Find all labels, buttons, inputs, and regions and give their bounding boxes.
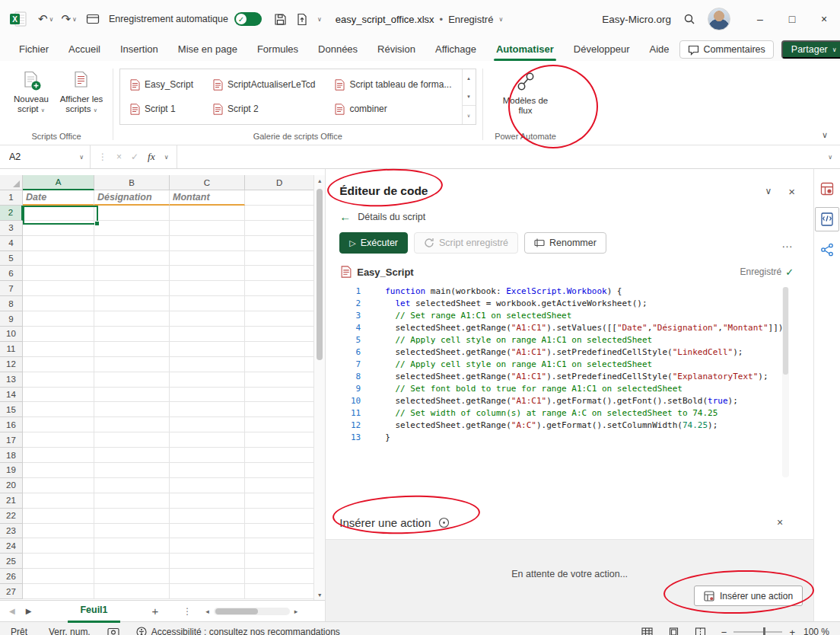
cell-A18[interactable]: [23, 448, 94, 463]
cell-A6[interactable]: [23, 266, 94, 281]
cell-A15[interactable]: [23, 402, 94, 417]
gallery-item-script-1[interactable]: Script 1: [126, 102, 180, 116]
row-header-5[interactable]: 5: [0, 251, 23, 266]
cell-B13[interactable]: [94, 372, 170, 388]
row-header-13[interactable]: 13: [0, 372, 23, 388]
cell-D16[interactable]: [245, 417, 314, 432]
cell-A26[interactable]: [23, 569, 94, 584]
cell-C10[interactable]: [170, 327, 245, 342]
page-layout-view-icon[interactable]: [668, 627, 679, 635]
column-header-B[interactable]: B: [94, 175, 170, 190]
formula-input[interactable]: [185, 151, 828, 163]
gallery-item-script-tableau-de-forma-[interactable]: Script tableau de forma...: [331, 78, 455, 92]
ribbon-options-icon[interactable]: [86, 12, 100, 26]
cell-B7[interactable]: [94, 281, 170, 296]
sheet-options-icon[interactable]: ⋮: [183, 606, 192, 617]
vertical-scroll-thumb[interactable]: [317, 189, 323, 360]
cell-B4[interactable]: [94, 236, 170, 251]
cell-A27[interactable]: [23, 584, 94, 599]
redo-chevron-icon[interactable]: ∨: [72, 16, 77, 23]
cell-D20[interactable]: [245, 478, 314, 493]
cell-D24[interactable]: [245, 538, 314, 554]
undo-chevron-icon[interactable]: ∨: [49, 16, 54, 23]
share-button[interactable]: Partager ∨: [781, 40, 840, 59]
cell-C1[interactable]: Montant: [170, 190, 245, 206]
row-header-22[interactable]: 22: [0, 509, 23, 524]
row-header-27[interactable]: 27: [0, 584, 23, 599]
gallery-item-easy-script[interactable]: Easy_Script: [126, 78, 197, 92]
cell-C22[interactable]: [170, 509, 245, 524]
page-break-view-icon[interactable]: [695, 627, 706, 635]
row-header-21[interactable]: 21: [0, 493, 23, 509]
cell-A10[interactable]: [23, 327, 94, 342]
cell-A14[interactable]: [23, 388, 94, 403]
cell-D4[interactable]: [245, 236, 314, 251]
row-header-11[interactable]: 11: [0, 342, 23, 357]
insert-action-button[interactable]: Insérer une action: [694, 586, 803, 606]
upload-document-icon[interactable]: [296, 13, 308, 26]
cell-B21[interactable]: [94, 493, 170, 509]
show-scripts-button[interactable]: Afficher les scripts ∨: [56, 67, 107, 116]
scroll-up-icon[interactable]: ▲: [317, 175, 323, 186]
cell-A20[interactable]: [23, 478, 94, 493]
row-header-18[interactable]: 18: [0, 448, 23, 463]
cell-D6[interactable]: [245, 266, 314, 281]
sheet-tab-feuil1[interactable]: Feuil1: [68, 600, 119, 623]
cell-A22[interactable]: [23, 509, 94, 524]
comments-button[interactable]: Commentaires: [679, 40, 774, 59]
code-scroll-thumb[interactable]: [783, 287, 788, 375]
row-header-2[interactable]: 2: [0, 206, 23, 221]
hscroll-thumb[interactable]: [215, 608, 258, 614]
gallery-scroll-up-icon[interactable]: ▲: [463, 69, 476, 88]
cell-C26[interactable]: [170, 569, 245, 584]
horizontal-scrollbar[interactable]: ◂ ▸: [205, 608, 298, 615]
row-header-26[interactable]: 26: [0, 569, 23, 584]
cell-C13[interactable]: [170, 372, 245, 388]
record-macro-icon[interactable]: [107, 627, 119, 635]
cell-B10[interactable]: [94, 327, 170, 342]
cell-A21[interactable]: [23, 493, 94, 509]
row-header-20[interactable]: 20: [0, 478, 23, 493]
gallery-item-combiner[interactable]: combiner: [331, 102, 390, 116]
cell-A3[interactable]: [23, 221, 94, 236]
cell-B23[interactable]: [94, 524, 170, 539]
row-header-7[interactable]: 7: [0, 281, 23, 296]
row-header-6[interactable]: 6: [0, 266, 23, 281]
avatar[interactable]: [708, 8, 730, 30]
column-header-D[interactable]: D: [245, 175, 314, 190]
cell-A19[interactable]: [23, 463, 94, 478]
cell-C16[interactable]: [170, 417, 245, 432]
cell-C27[interactable]: [170, 584, 245, 599]
row-header-3[interactable]: 3: [0, 221, 23, 236]
cell-C3[interactable]: [170, 221, 245, 236]
cell-A7[interactable]: [23, 281, 94, 296]
row-header-14[interactable]: 14: [0, 388, 23, 403]
tab-développeur[interactable]: Développeur: [564, 38, 640, 61]
cell-D11[interactable]: [245, 342, 314, 357]
row-header-1[interactable]: 1: [0, 190, 23, 206]
tab-aide[interactable]: Aide: [640, 38, 679, 61]
vertical-scrollbar[interactable]: ▲ ▼: [313, 175, 325, 600]
cell-B16[interactable]: [94, 417, 170, 432]
cell-A5[interactable]: [23, 251, 94, 266]
cell-B25[interactable]: [94, 554, 170, 569]
cell-C11[interactable]: [170, 342, 245, 357]
search-icon[interactable]: [683, 13, 695, 25]
saved-script-button[interactable]: Script enregistré: [414, 232, 518, 254]
cell-D25[interactable]: [245, 554, 314, 569]
cell-A8[interactable]: [23, 296, 94, 311]
cell-D26[interactable]: [245, 569, 314, 584]
actions-pane-icon[interactable]: [819, 181, 835, 196]
cell-D1[interactable]: [245, 190, 314, 206]
gallery-item-scriptactualiserletcd[interactable]: ScriptActualiserLeTcd: [209, 78, 319, 92]
rename-button[interactable]: Renommer: [524, 232, 606, 254]
sheet-nav-prev-icon[interactable]: ◀: [9, 607, 15, 615]
tab-accueil[interactable]: Accueil: [59, 38, 110, 61]
sheet-nav-next-icon[interactable]: ▶: [26, 607, 32, 615]
maximize-button[interactable]: □: [776, 0, 808, 38]
cell-D23[interactable]: [245, 524, 314, 539]
minimize-button[interactable]: –: [744, 0, 776, 38]
row-header-15[interactable]: 15: [0, 402, 23, 417]
new-script-button[interactable]: Nouveau script ∨: [6, 67, 56, 116]
zoom-level[interactable]: 100 %: [802, 627, 829, 635]
